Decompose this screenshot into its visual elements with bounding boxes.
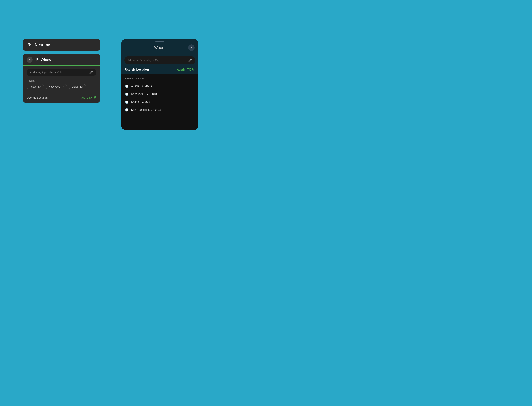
svg-point-3 <box>193 69 194 69</box>
where-card: ✕ Where 🎤 Recent Austin, TX New Yo <box>23 54 100 103</box>
mobile-pin-icon <box>192 68 195 71</box>
recent-chips: Austin, TX New York, NY Dallas, TX <box>27 84 96 89</box>
near-me-label: Near me <box>35 43 50 47</box>
close-button-left[interactable]: ✕ <box>27 57 33 63</box>
svg-point-2 <box>94 97 95 97</box>
recent-locations-title: Recent Locations <box>125 77 195 80</box>
mobile-search-wrap: 🎤 <box>124 56 195 64</box>
history-icon-2: 🕐 <box>125 100 129 104</box>
microphone-icon[interactable]: 🎤 <box>89 71 93 74</box>
history-icon-3: 🕐 <box>125 108 129 112</box>
mobile-where-title: Where <box>154 45 166 50</box>
mobile-current-location[interactable]: Austin, TX <box>177 68 195 71</box>
location-text-3: San Francisco, CA 94117 <box>131 108 163 111</box>
search-input-wrap: 🎤 <box>27 69 96 76</box>
where-body: 🎤 Recent Austin, TX New York, NY Dallas,… <box>23 65 100 93</box>
mobile-current-location-text: Austin, TX <box>177 68 191 71</box>
location-item-1[interactable]: 🕐 New York, NY 10018 <box>125 90 195 98</box>
mobile-microphone-icon[interactable]: 🎤 <box>188 58 192 62</box>
use-my-location-row: Use My Location Austin, TX <box>23 93 100 103</box>
location-pin-icon <box>28 42 32 47</box>
svg-point-1 <box>36 58 37 59</box>
location-text-2: Dallas, TX 75051 <box>131 100 153 104</box>
near-me-card[interactable]: Near me <box>23 39 100 51</box>
location-text-1: New York, NY 10018 <box>131 93 157 96</box>
chip-newyork[interactable]: New York, NY <box>46 84 67 89</box>
mobile-close-button[interactable]: ✕ <box>188 44 195 51</box>
history-icon-0: 🕐 <box>125 85 129 88</box>
left-panel: Near me ✕ Where 🎤 Recent <box>23 39 100 103</box>
location-item-3[interactable]: 🕐 San Francisco, CA 94117 <box>125 106 195 114</box>
mobile-panel: Where ✕ 🎤 Use My Location Austin, TX Rec… <box>121 39 198 130</box>
use-my-location-label: Use My Location <box>27 96 48 99</box>
recent-locations-panel: Recent Locations 🕐 Austin, TX 78724 🕐 Ne… <box>121 74 198 130</box>
history-icon-1: 🕐 <box>125 93 129 96</box>
where-label: Where <box>41 58 51 62</box>
mobile-search-input[interactable] <box>127 59 187 62</box>
search-input[interactable] <box>30 71 87 74</box>
location-item-0[interactable]: 🕐 Austin, TX 78724 <box>125 82 195 90</box>
where-location-icon <box>35 58 38 62</box>
pin-icon <box>93 96 96 100</box>
svg-point-0 <box>29 44 30 44</box>
chip-dallas[interactable]: Dallas, TX <box>69 84 86 89</box>
mobile-header: Where ✕ <box>121 42 198 53</box>
current-location-link[interactable]: Austin, TX <box>78 96 96 100</box>
current-location-text: Austin, TX <box>78 96 92 99</box>
page-wrapper: Near me ✕ Where 🎤 Recent <box>16 32 205 137</box>
location-item-2[interactable]: 🕐 Dallas, TX 75051 <box>125 98 195 106</box>
mobile-use-location-label: Use My Location <box>125 68 149 71</box>
chip-austin[interactable]: Austin, TX <box>27 84 44 89</box>
where-header: ✕ Where <box>23 54 100 65</box>
recent-label: Recent <box>27 79 96 82</box>
mobile-use-location-row: Use My Location Austin, TX <box>121 67 198 74</box>
location-text-0: Austin, TX 78724 <box>131 85 153 88</box>
